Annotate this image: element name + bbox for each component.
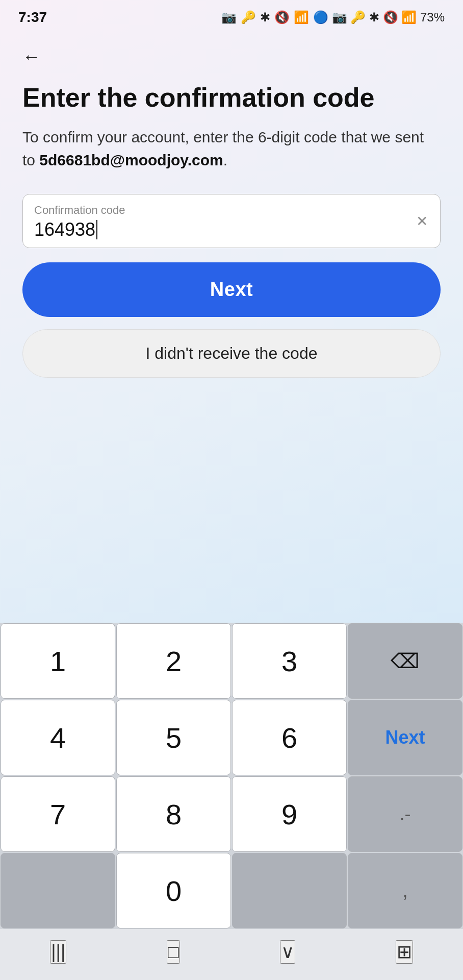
key-empty-left — [1, 853, 115, 928]
key-next[interactable]: Next — [348, 700, 462, 775]
bluetooth-icon: ✱ — [260, 10, 270, 24]
page-title: Enter the confirmation code — [22, 83, 441, 113]
resend-button[interactable]: I didn't receive the code — [22, 329, 441, 378]
key-dot-dash[interactable]: .- — [348, 776, 462, 852]
keyboard-row-4: 0 , — [0, 852, 463, 929]
email-address: 5d6681bd@moodjoy.com — [39, 152, 223, 168]
keyboard-row-1: 1 2 3 ⌫ — [0, 623, 463, 699]
status-time: 7:37 — [18, 9, 47, 26]
mute-icon: 🔇 — [274, 10, 290, 24]
key-2[interactable]: 2 — [116, 623, 231, 699]
key-3[interactable]: 3 — [232, 623, 347, 699]
content-area: ← Enter the confirmation code To confirm… — [0, 31, 463, 623]
next-button[interactable]: Next — [22, 262, 441, 317]
key-icon: 🔑 — [241, 10, 256, 24]
status-icons: 📷 🔑 ✱ 🔇 📶 🔵 📷 🔑 ✱ 🔇 📶 73% — [221, 10, 445, 24]
key-comma[interactable]: , — [348, 853, 462, 928]
nav-back-icon[interactable]: ∨ — [280, 940, 295, 964]
key-5[interactable]: 5 — [116, 700, 231, 775]
clear-button[interactable]: ✕ — [414, 210, 430, 231]
key-empty-right — [232, 853, 347, 928]
key-4[interactable]: 4 — [1, 700, 115, 775]
key-9[interactable]: 9 — [232, 776, 347, 852]
key-8[interactable]: 8 — [116, 776, 231, 852]
input-label: Confirmation code — [34, 204, 404, 217]
nav-home-icon[interactable]: □ — [167, 940, 180, 964]
signal-icon: 📶 — [294, 10, 309, 24]
key-backspace[interactable]: ⌫ — [348, 623, 462, 699]
nav-apps-icon[interactable]: ⊞ — [396, 940, 413, 964]
key-1[interactable]: 1 — [1, 623, 115, 699]
input-value: 164938 — [34, 219, 404, 240]
page-description: To confirm your account, enter the 6-dig… — [22, 126, 441, 172]
nav-bar: ||| □ ∨ ⊞ — [0, 929, 463, 980]
input-text: 164938 — [34, 219, 95, 240]
confirmation-code-field[interactable]: Confirmation code 164938 ✕ — [22, 194, 441, 248]
keyboard: 1 2 3 ⌫ 4 5 6 Next 7 8 9 .- 0 , — [0, 623, 463, 929]
input-wrapper[interactable]: Confirmation code 164938 ✕ — [22, 194, 441, 248]
text-cursor — [96, 220, 97, 239]
battery-label: 🔵 📷 🔑 ✱ 🔇 📶 73% — [313, 10, 445, 24]
key-7[interactable]: 7 — [1, 776, 115, 852]
key-6[interactable]: 6 — [232, 700, 347, 775]
nav-recents-icon[interactable]: ||| — [50, 940, 66, 964]
description-text-2: . — [223, 152, 227, 168]
back-button[interactable]: ← — [22, 46, 41, 83]
status-bar: 7:37 📷 🔑 ✱ 🔇 📶 🔵 📷 🔑 ✱ 🔇 📶 73% — [0, 0, 463, 31]
key-0[interactable]: 0 — [116, 853, 231, 928]
camera-icon: 📷 — [221, 10, 237, 24]
keyboard-row-2: 4 5 6 Next — [0, 699, 463, 776]
keyboard-row-3: 7 8 9 .- — [0, 776, 463, 852]
